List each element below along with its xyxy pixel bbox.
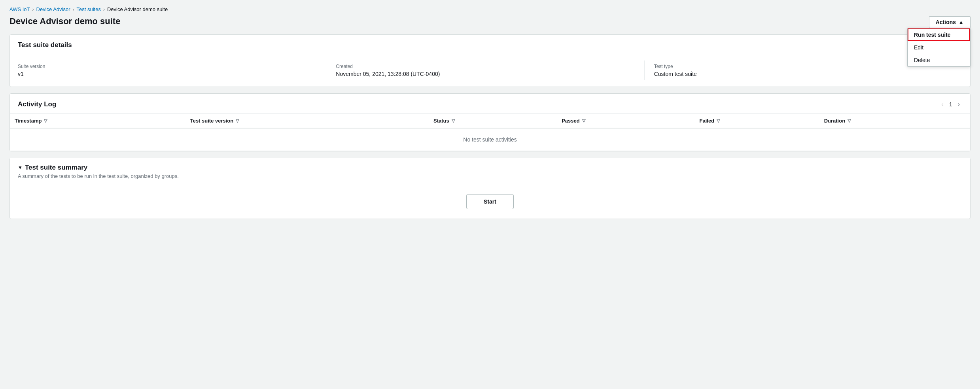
start-box-container: Start xyxy=(18,191,962,212)
test-suite-details-header: Test suite details xyxy=(10,35,970,54)
table-header-row: Timestamp ▽ Test suite version ▽ xyxy=(10,114,970,128)
test-suite-details-title: Test suite details xyxy=(18,41,72,49)
breadcrumb-sep-2: › xyxy=(73,7,74,12)
col-suite-version: Test suite version ▽ xyxy=(185,114,429,128)
detail-created: Created November 05, 2021, 13:28:08 (UTC… xyxy=(326,60,644,80)
breadcrumb-sep-1: › xyxy=(32,7,34,12)
breadcrumb-device-advisor[interactable]: Device Advisor xyxy=(36,6,70,12)
start-box: Start xyxy=(466,194,514,209)
col-suite-version-label: Test suite version xyxy=(190,118,234,124)
actions-button[interactable]: Actions ▲ xyxy=(929,16,971,28)
detail-suite-version-value: v1 xyxy=(18,71,316,77)
pagination-page: 1 xyxy=(949,101,952,108)
delete-item[interactable]: Delete xyxy=(908,54,970,66)
actions-dropdown: Run test suite Edit Delete xyxy=(907,28,971,67)
activity-log-table: Timestamp ▽ Test suite version ▽ xyxy=(10,114,970,151)
col-timestamp-label: Timestamp xyxy=(15,118,42,124)
col-suite-version-sort-icon[interactable]: ▽ xyxy=(236,118,239,123)
page-header: Device Advisor demo suite Actions ▲ Run … xyxy=(9,16,971,28)
test-suite-summary-header: ▼ Test suite summary A summary of the te… xyxy=(10,158,970,185)
detail-suite-version: Suite version v1 xyxy=(18,60,326,80)
activity-log-card: Activity Log ‹ 1 › Timestamp ▽ xyxy=(9,93,971,151)
details-grid: Suite version v1 Created November 05, 20… xyxy=(18,60,962,80)
detail-suite-version-label: Suite version xyxy=(18,64,316,69)
col-duration-label: Duration xyxy=(824,118,845,124)
breadcrumb-sep-3: › xyxy=(103,7,105,12)
test-suite-details-card: Test suite details Suite version v1 Crea… xyxy=(9,34,971,87)
actions-container: Actions ▲ Run test suite Edit Delete xyxy=(929,16,971,28)
actions-button-arrow-icon: ▲ xyxy=(958,19,964,25)
run-test-suite-item[interactable]: Run test suite xyxy=(908,28,970,41)
col-duration: Duration ▽ xyxy=(819,114,970,128)
empty-message: No test suite activities xyxy=(10,128,970,151)
summary-subtitle: A summary of the tests to be run in the … xyxy=(18,173,962,179)
col-timestamp-sort-icon[interactable]: ▽ xyxy=(44,118,47,123)
col-duration-sort-icon[interactable]: ▽ xyxy=(848,118,851,123)
col-passed: Passed ▽ xyxy=(557,114,694,128)
test-suite-summary-card: ▼ Test suite summary A summary of the te… xyxy=(9,158,971,219)
detail-created-value: November 05, 2021, 13:28:08 (UTC-0400) xyxy=(336,71,634,77)
breadcrumb-test-suites[interactable]: Test suites xyxy=(77,6,101,12)
detail-test-type-value: Custom test suite xyxy=(654,71,953,77)
edit-item[interactable]: Edit xyxy=(908,41,970,54)
pagination-next-button[interactable]: › xyxy=(955,100,962,109)
col-passed-sort-icon[interactable]: ▽ xyxy=(582,118,585,123)
breadcrumb: AWS IoT › Device Advisor › Test suites ›… xyxy=(9,6,971,12)
pagination-prev-button[interactable]: ‹ xyxy=(939,100,946,109)
summary-content: Start xyxy=(10,185,970,219)
col-status-sort-icon[interactable]: ▽ xyxy=(452,118,455,123)
pagination: ‹ 1 › xyxy=(939,100,962,109)
collapse-icon[interactable]: ▼ xyxy=(18,165,23,170)
col-failed-label: Failed xyxy=(700,118,715,124)
detail-created-label: Created xyxy=(336,64,634,69)
page-title: Device Advisor demo suite xyxy=(9,16,120,26)
col-timestamp: Timestamp ▽ xyxy=(10,114,185,128)
summary-title: Test suite summary xyxy=(25,164,87,172)
summary-title-row: ▼ Test suite summary xyxy=(18,164,962,172)
activity-log-title: Activity Log xyxy=(18,100,56,108)
col-failed-sort-icon[interactable]: ▽ xyxy=(717,118,720,123)
activity-log-header: Activity Log ‹ 1 › xyxy=(10,94,970,114)
activity-log-table-container: Timestamp ▽ Test suite version ▽ xyxy=(10,114,970,151)
col-failed: Failed ▽ xyxy=(695,114,819,128)
test-suite-details-body: Suite version v1 Created November 05, 20… xyxy=(10,54,970,87)
col-passed-label: Passed xyxy=(562,118,580,124)
col-status-label: Status xyxy=(433,118,449,124)
col-status: Status ▽ xyxy=(429,114,557,128)
empty-row: No test suite activities xyxy=(10,128,970,151)
actions-button-label: Actions xyxy=(936,19,956,25)
breadcrumb-current: Device Advisor demo suite xyxy=(107,6,168,12)
breadcrumb-aws-iot[interactable]: AWS IoT xyxy=(9,6,30,12)
